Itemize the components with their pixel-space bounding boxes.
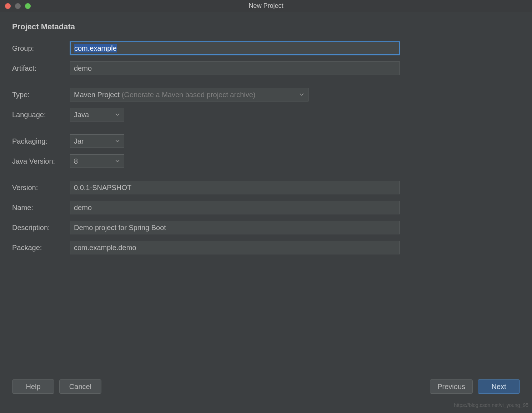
window-controls — [5, 3, 31, 9]
close-icon[interactable] — [5, 3, 11, 9]
previous-button[interactable]: Previous — [430, 379, 473, 394]
label-type: Type: — [12, 91, 70, 99]
chevron-down-icon — [300, 93, 304, 96]
button-bar: Help Cancel Previous Next — [12, 379, 520, 394]
row-group: Group: — [12, 41, 520, 55]
section-title: Project Metadata — [12, 22, 520, 31]
packaging-select-value: Jar — [74, 137, 84, 145]
chevron-down-icon — [115, 113, 120, 116]
row-packaging: Packaging: Jar — [12, 134, 520, 148]
next-button[interactable]: Next — [478, 379, 520, 394]
label-artifact: Artifact: — [12, 64, 70, 73]
label-package: Package: — [12, 244, 70, 252]
language-select[interactable]: Java — [70, 108, 124, 121]
label-name: Name: — [12, 204, 70, 212]
row-java-version: Java Version: 8 — [12, 154, 520, 168]
group-input[interactable] — [70, 41, 400, 55]
minimize-icon — [15, 3, 21, 9]
cancel-button[interactable]: Cancel — [59, 379, 101, 394]
help-button[interactable]: Help — [12, 379, 54, 394]
language-select-value: Java — [74, 111, 89, 119]
label-language: Language: — [12, 111, 70, 119]
row-artifact: Artifact: — [12, 61, 520, 75]
form: Group: Artifact: Type: Maven Project (Ge… — [12, 41, 520, 261]
titlebar: New Project — [0, 0, 532, 12]
chevron-down-icon — [115, 160, 120, 163]
java-version-select[interactable]: 8 — [70, 154, 124, 168]
label-group: Group: — [12, 44, 70, 53]
row-package: Package: — [12, 241, 520, 254]
package-input[interactable] — [70, 241, 400, 254]
artifact-input[interactable] — [70, 61, 400, 75]
name-input[interactable] — [70, 201, 400, 214]
chevron-down-icon — [115, 140, 120, 143]
row-type: Type: Maven Project (Generate a Maven ba… — [12, 88, 520, 101]
type-select-value: Maven Project — [74, 91, 120, 99]
packaging-select[interactable]: Jar — [70, 134, 124, 148]
java-version-select-value: 8 — [74, 157, 78, 165]
label-java-version: Java Version: — [12, 157, 70, 165]
type-select[interactable]: Maven Project (Generate a Maven based pr… — [70, 88, 308, 101]
right-button-group: Previous Next — [430, 379, 520, 394]
row-name: Name: — [12, 201, 520, 214]
type-select-hint: (Generate a Maven based project archive) — [122, 91, 256, 99]
label-version: Version: — [12, 184, 70, 192]
content-area: Project Metadata Group: Artifact: Type: … — [0, 12, 532, 261]
label-packaging: Packaging: — [12, 137, 70, 145]
maximize-icon[interactable] — [25, 3, 31, 9]
row-description: Description: — [12, 221, 520, 234]
watermark: https://blog.csdn.net/vi_young_95 — [454, 402, 528, 408]
description-input[interactable] — [70, 221, 400, 234]
label-description: Description: — [12, 224, 70, 232]
window-title: New Project — [249, 2, 283, 10]
row-language: Language: Java — [12, 108, 520, 121]
version-input[interactable] — [70, 181, 400, 194]
row-version: Version: — [12, 181, 520, 194]
